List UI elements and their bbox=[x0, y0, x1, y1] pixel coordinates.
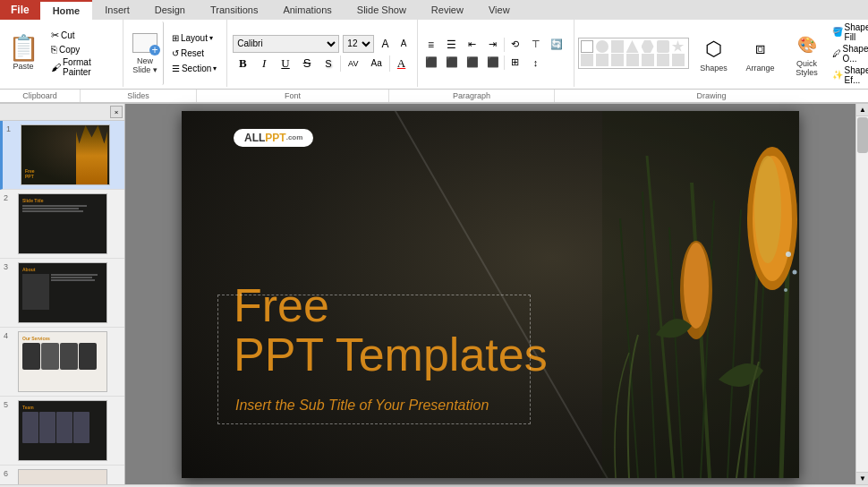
text-shadow-button[interactable]: S bbox=[319, 55, 338, 73]
scroll-down-button[interactable]: ▼ bbox=[856, 472, 868, 484]
tab-slideshow[interactable]: Slide Show bbox=[345, 0, 419, 20]
copy-button[interactable]: ⎘ Copy bbox=[48, 43, 117, 56]
strikethrough-button[interactable]: S bbox=[297, 55, 317, 73]
decrease-font-size-button[interactable]: A bbox=[396, 36, 412, 52]
shape-flowchart[interactable] bbox=[611, 54, 624, 66]
scroll-thumb[interactable] bbox=[857, 117, 868, 153]
increase-font-size-button[interactable]: A bbox=[378, 36, 393, 52]
copy-icon: ⎘ bbox=[51, 44, 57, 55]
tab-view[interactable]: View bbox=[476, 0, 523, 20]
tab-transitions[interactable]: Transitions bbox=[198, 0, 270, 20]
format-painter-button[interactable]: 🖌 Format Painter bbox=[48, 56, 117, 78]
slide-thumb-2[interactable]: 2 Slide Title bbox=[0, 190, 124, 259]
arrange-button[interactable]: ⧈ Arrange bbox=[739, 33, 782, 74]
quick-styles-button[interactable]: 🎨 QuickStyles bbox=[786, 29, 829, 79]
shapes-icon: ⬡ bbox=[700, 35, 728, 64]
increase-indent-button[interactable]: ⇥ bbox=[483, 37, 503, 53]
shape-line[interactable] bbox=[581, 40, 593, 53]
tab-animations[interactable]: Animations bbox=[270, 0, 344, 20]
justify-button[interactable]: ⬛ bbox=[483, 55, 503, 71]
numbering-button[interactable]: ☰ bbox=[442, 37, 462, 53]
tab-insert[interactable]: Insert bbox=[92, 0, 142, 20]
new-slide-icon: + bbox=[132, 33, 157, 53]
scroll-up-button[interactable]: ▲ bbox=[856, 104, 868, 116]
line-spacing-button[interactable]: ↕ bbox=[526, 55, 546, 71]
svg-point-16 bbox=[784, 288, 787, 292]
bold-button[interactable]: B bbox=[233, 55, 252, 73]
layout-button[interactable]: ⊞ Layout ▾ bbox=[169, 31, 219, 45]
tab-home[interactable]: Home bbox=[40, 0, 93, 20]
shape-misc1[interactable] bbox=[626, 54, 639, 66]
new-slide-button[interactable]: + NewSlide ▾ bbox=[127, 21, 164, 85]
paste-button[interactable]: 📋 Paste bbox=[2, 21, 45, 85]
slides-options: ⊞ Layout ▾ ↺ Reset ☰ Section ▾ bbox=[166, 21, 223, 85]
shape-star[interactable] bbox=[672, 40, 685, 53]
slide-preview-4: Our Services bbox=[18, 331, 107, 392]
slide4-block4 bbox=[79, 343, 97, 370]
slide-num-2: 2 bbox=[4, 193, 14, 202]
underline-button[interactable]: U bbox=[276, 55, 295, 73]
slide3-line3 bbox=[51, 279, 95, 281]
slide3-title: About bbox=[22, 267, 103, 272]
slide-thumb-1[interactable]: 1 FreePPT bbox=[0, 121, 124, 190]
align-right-button[interactable]: ⬛ bbox=[463, 55, 482, 71]
slide-thumb-5[interactable]: 5 Team bbox=[0, 397, 124, 466]
shape-arrow[interactable] bbox=[596, 54, 608, 66]
shape-misc2[interactable] bbox=[642, 54, 654, 66]
svg-point-14 bbox=[786, 252, 791, 257]
text-direction-button[interactable]: ⟲ bbox=[506, 37, 525, 53]
italic-button[interactable]: I bbox=[254, 55, 274, 73]
shape-fill-button[interactable]: 🪣 Shape Fill bbox=[832, 22, 868, 42]
section-button[interactable]: ☰ Section ▾ bbox=[169, 62, 219, 75]
slide-thumb-4[interactable]: 4 Our Services bbox=[0, 328, 124, 397]
paragraph-group-label: Paragraph bbox=[389, 90, 555, 102]
cut-icon: ✂ bbox=[51, 30, 59, 41]
decrease-indent-button[interactable]: ⇤ bbox=[463, 37, 482, 53]
slide-preview-1: FreePPT bbox=[21, 124, 110, 185]
slide5-person2 bbox=[39, 412, 55, 443]
shape-rounded-rect[interactable] bbox=[657, 40, 669, 53]
slide-subtitle[interactable]: Insert the Sub Title of Your Presentatio… bbox=[235, 397, 489, 414]
file-tab[interactable]: File bbox=[0, 0, 40, 20]
shape-misc4[interactable] bbox=[672, 54, 685, 66]
panel-close-button[interactable]: × bbox=[110, 106, 123, 118]
shape-callout[interactable] bbox=[581, 54, 593, 66]
slides-panel[interactable]: × 1 FreePPT 2 Slide Title bbox=[0, 104, 125, 484]
convert-smartart-button[interactable]: 🔄 bbox=[547, 37, 566, 53]
char-spacing-button[interactable]: AV bbox=[343, 55, 364, 73]
bullets-button[interactable]: ≡ bbox=[421, 37, 441, 53]
slide-thumb-3[interactable]: 3 About bbox=[0, 259, 124, 328]
change-case-button[interactable]: Aa bbox=[366, 55, 387, 73]
slide-thumb-6[interactable]: 6 🏃 bbox=[0, 466, 124, 484]
arrange-icon: ⧈ bbox=[746, 35, 775, 64]
vertical-scrollbar[interactable]: ▲ ▼ bbox=[855, 104, 868, 484]
quick-styles-icon: 🎨 bbox=[793, 30, 821, 59]
layout-label: Layout bbox=[181, 33, 208, 43]
shape-misc3[interactable] bbox=[657, 54, 669, 66]
align-center-button[interactable]: ⬛ bbox=[442, 55, 462, 71]
layout-dropdown-icon: ▾ bbox=[209, 34, 213, 42]
shapes-button[interactable]: ⬡ Shapes bbox=[693, 33, 736, 74]
format-painter-label: Format Painter bbox=[63, 57, 115, 77]
shape-outline-button[interactable]: 🖊 Shape O... bbox=[832, 44, 868, 64]
shape-rect[interactable] bbox=[611, 40, 624, 53]
shape-fill-icon: 🪣 bbox=[832, 27, 843, 37]
cut-button[interactable]: ✂ Cut bbox=[48, 29, 117, 42]
align-text-button[interactable]: ⊤ bbox=[526, 37, 546, 53]
tab-review[interactable]: Review bbox=[419, 0, 476, 20]
shape-triangle[interactable] bbox=[626, 40, 639, 53]
font-size-select[interactable]: 12 14 16 18 24 bbox=[343, 35, 374, 53]
align-left-button[interactable]: ⬛ bbox=[421, 55, 441, 71]
font-family-select[interactable]: Calibri Arial Times New Roman bbox=[233, 35, 339, 53]
slide-canvas[interactable]: ALLPPT.com Free PPT Templates Insert the… bbox=[182, 111, 799, 478]
reset-button[interactable]: ↺ Reset bbox=[169, 47, 219, 60]
slide-title-area[interactable]: Free PPT Templates bbox=[234, 281, 548, 379]
shape-effects-label: Shape Ef... bbox=[845, 65, 868, 85]
slide2-title: Slide Title bbox=[22, 198, 103, 203]
tab-design[interactable]: Design bbox=[142, 0, 198, 20]
columns-button[interactable]: ⊞ bbox=[506, 55, 525, 71]
shape-hexagon[interactable] bbox=[642, 40, 654, 53]
shape-effects-button[interactable]: ✨ Shape Ef... bbox=[832, 65, 868, 85]
font-color-button[interactable]: A bbox=[392, 55, 412, 73]
shape-oval[interactable] bbox=[596, 40, 608, 53]
